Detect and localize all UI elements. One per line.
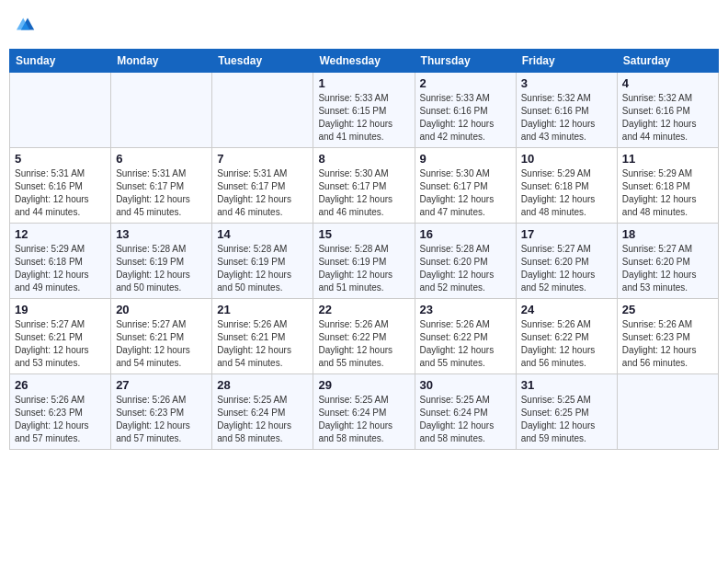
- day-number: 29: [318, 378, 409, 392]
- calendar-cell: 25Sunrise: 5:26 AM Sunset: 6:23 PM Dayli…: [617, 299, 718, 374]
- day-number: 5: [15, 152, 106, 166]
- calendar-cell: 19Sunrise: 5:27 AM Sunset: 6:21 PM Dayli…: [10, 299, 111, 374]
- day-info: Sunrise: 5:33 AM Sunset: 6:15 PM Dayligh…: [318, 92, 409, 144]
- day-info: Sunrise: 5:30 AM Sunset: 6:17 PM Dayligh…: [318, 167, 409, 219]
- day-info: Sunrise: 5:26 AM Sunset: 6:22 PM Dayligh…: [521, 318, 612, 370]
- day-number: 23: [420, 303, 511, 316]
- calendar-cell: 14Sunrise: 5:28 AM Sunset: 6:19 PM Dayli…: [212, 224, 313, 299]
- calendar-cell: [111, 73, 212, 148]
- day-info: Sunrise: 5:26 AM Sunset: 6:22 PM Dayligh…: [420, 318, 511, 370]
- calendar-cell: 15Sunrise: 5:28 AM Sunset: 6:19 PM Dayli…: [313, 224, 415, 299]
- day-number: 8: [318, 152, 409, 166]
- day-number: 9: [420, 152, 511, 166]
- day-number: 15: [318, 227, 409, 241]
- calendar-header: SundayMondayTuesdayWednesdayThursdayFrid…: [10, 50, 719, 73]
- calendar-week-1: 1Sunrise: 5:33 AM Sunset: 6:15 PM Daylig…: [10, 73, 719, 148]
- calendar-cell: 16Sunrise: 5:28 AM Sunset: 6:20 PM Dayli…: [415, 224, 516, 299]
- calendar-cell: 26Sunrise: 5:26 AM Sunset: 6:23 PM Dayli…: [10, 374, 111, 450]
- day-number: 14: [217, 227, 308, 241]
- day-info: Sunrise: 5:25 AM Sunset: 6:25 PM Dayligh…: [521, 394, 612, 445]
- day-number: 27: [116, 378, 207, 392]
- day-number: 4: [622, 76, 713, 90]
- calendar-cell: 23Sunrise: 5:26 AM Sunset: 6:22 PM Dayli…: [415, 299, 516, 374]
- day-info: Sunrise: 5:27 AM Sunset: 6:20 PM Dayligh…: [521, 243, 612, 294]
- day-info: Sunrise: 5:33 AM Sunset: 6:16 PM Dayligh…: [420, 92, 511, 144]
- calendar-cell: 28Sunrise: 5:25 AM Sunset: 6:24 PM Dayli…: [212, 374, 313, 450]
- calendar-cell: 31Sunrise: 5:25 AM Sunset: 6:25 PM Dayli…: [516, 374, 617, 450]
- calendar-cell: 27Sunrise: 5:26 AM Sunset: 6:23 PM Dayli…: [111, 374, 212, 450]
- day-info: Sunrise: 5:26 AM Sunset: 6:21 PM Dayligh…: [217, 318, 308, 370]
- day-info: Sunrise: 5:28 AM Sunset: 6:19 PM Dayligh…: [318, 243, 409, 294]
- day-number: 22: [318, 303, 409, 316]
- day-number: 11: [622, 152, 713, 166]
- weekday-header-thursday: Thursday: [415, 50, 516, 73]
- day-number: 30: [420, 378, 511, 392]
- calendar-cell: 7Sunrise: 5:31 AM Sunset: 6:17 PM Daylig…: [212, 148, 313, 224]
- weekday-header-tuesday: Tuesday: [212, 50, 313, 73]
- calendar-week-3: 12Sunrise: 5:29 AM Sunset: 6:18 PM Dayli…: [10, 224, 719, 299]
- day-number: 25: [622, 303, 713, 316]
- day-info: Sunrise: 5:31 AM Sunset: 6:16 PM Dayligh…: [15, 167, 106, 219]
- calendar-cell: 11Sunrise: 5:29 AM Sunset: 6:18 PM Dayli…: [617, 148, 718, 224]
- day-info: Sunrise: 5:25 AM Sunset: 6:24 PM Dayligh…: [420, 394, 511, 445]
- calendar-cell: 20Sunrise: 5:27 AM Sunset: 6:21 PM Dayli…: [111, 299, 212, 374]
- calendar-table: SundayMondayTuesdayWednesdayThursdayFrid…: [9, 49, 719, 450]
- day-number: 3: [521, 76, 612, 90]
- day-number: 10: [521, 152, 612, 166]
- calendar-cell: [617, 374, 718, 450]
- calendar-cell: 4Sunrise: 5:32 AM Sunset: 6:16 PM Daylig…: [617, 73, 718, 148]
- day-number: 13: [116, 227, 207, 241]
- day-info: Sunrise: 5:29 AM Sunset: 6:18 PM Dayligh…: [622, 167, 713, 219]
- day-number: 31: [521, 378, 612, 392]
- day-info: Sunrise: 5:26 AM Sunset: 6:23 PM Dayligh…: [622, 318, 713, 370]
- calendar-cell: [10, 73, 111, 148]
- calendar-cell: 22Sunrise: 5:26 AM Sunset: 6:22 PM Dayli…: [313, 299, 415, 374]
- day-info: Sunrise: 5:29 AM Sunset: 6:18 PM Dayligh…: [15, 243, 106, 294]
- calendar-cell: 2Sunrise: 5:33 AM Sunset: 6:16 PM Daylig…: [415, 73, 516, 148]
- day-number: 20: [116, 303, 207, 316]
- day-number: 19: [15, 303, 106, 316]
- day-number: 12: [15, 227, 106, 241]
- calendar-cell: 13Sunrise: 5:28 AM Sunset: 6:19 PM Dayli…: [111, 224, 212, 299]
- logo-icon: [17, 13, 39, 35]
- day-number: 6: [116, 152, 207, 166]
- calendar-cell: 9Sunrise: 5:30 AM Sunset: 6:17 PM Daylig…: [415, 148, 516, 224]
- calendar-cell: 12Sunrise: 5:29 AM Sunset: 6:18 PM Dayli…: [10, 224, 111, 299]
- day-info: Sunrise: 5:26 AM Sunset: 6:23 PM Dayligh…: [116, 394, 207, 445]
- calendar-week-4: 19Sunrise: 5:27 AM Sunset: 6:21 PM Dayli…: [10, 299, 719, 374]
- day-info: Sunrise: 5:26 AM Sunset: 6:23 PM Dayligh…: [15, 394, 106, 445]
- calendar-cell: 29Sunrise: 5:25 AM Sunset: 6:24 PM Dayli…: [313, 374, 415, 450]
- day-info: Sunrise: 5:28 AM Sunset: 6:19 PM Dayligh…: [217, 243, 308, 294]
- day-info: Sunrise: 5:30 AM Sunset: 6:17 PM Dayligh…: [420, 167, 511, 219]
- calendar-week-2: 5Sunrise: 5:31 AM Sunset: 6:16 PM Daylig…: [10, 148, 719, 224]
- day-info: Sunrise: 5:28 AM Sunset: 6:19 PM Dayligh…: [116, 243, 207, 294]
- day-info: Sunrise: 5:32 AM Sunset: 6:16 PM Dayligh…: [521, 92, 612, 144]
- weekday-header-friday: Friday: [516, 50, 617, 73]
- day-info: Sunrise: 5:28 AM Sunset: 6:20 PM Dayligh…: [420, 243, 511, 294]
- calendar-cell: [212, 73, 313, 148]
- day-number: 17: [521, 227, 612, 241]
- day-info: Sunrise: 5:29 AM Sunset: 6:18 PM Dayligh…: [521, 167, 612, 219]
- calendar-cell: 18Sunrise: 5:27 AM Sunset: 6:20 PM Dayli…: [617, 224, 718, 299]
- calendar-cell: 24Sunrise: 5:26 AM Sunset: 6:22 PM Dayli…: [516, 299, 617, 374]
- calendar-cell: 8Sunrise: 5:30 AM Sunset: 6:17 PM Daylig…: [313, 148, 415, 224]
- calendar-cell: 17Sunrise: 5:27 AM Sunset: 6:20 PM Dayli…: [516, 224, 617, 299]
- day-number: 28: [217, 378, 308, 392]
- weekday-header-row: SundayMondayTuesdayWednesdayThursdayFrid…: [10, 50, 719, 73]
- day-info: Sunrise: 5:25 AM Sunset: 6:24 PM Dayligh…: [318, 394, 409, 445]
- calendar-cell: 1Sunrise: 5:33 AM Sunset: 6:15 PM Daylig…: [313, 73, 415, 148]
- calendar-body: 1Sunrise: 5:33 AM Sunset: 6:15 PM Daylig…: [10, 73, 719, 450]
- day-info: Sunrise: 5:27 AM Sunset: 6:21 PM Dayligh…: [116, 318, 207, 370]
- calendar-cell: 3Sunrise: 5:32 AM Sunset: 6:16 PM Daylig…: [516, 73, 617, 148]
- day-number: 18: [622, 227, 713, 241]
- day-number: 26: [15, 378, 106, 392]
- day-info: Sunrise: 5:31 AM Sunset: 6:17 PM Dayligh…: [217, 167, 308, 219]
- calendar-week-5: 26Sunrise: 5:26 AM Sunset: 6:23 PM Dayli…: [10, 374, 719, 450]
- calendar-cell: 6Sunrise: 5:31 AM Sunset: 6:17 PM Daylig…: [111, 148, 212, 224]
- weekday-header-wednesday: Wednesday: [313, 50, 415, 73]
- calendar-cell: 30Sunrise: 5:25 AM Sunset: 6:24 PM Dayli…: [415, 374, 516, 450]
- day-info: Sunrise: 5:32 AM Sunset: 6:16 PM Dayligh…: [622, 92, 713, 144]
- day-info: Sunrise: 5:25 AM Sunset: 6:24 PM Dayligh…: [217, 394, 308, 445]
- day-info: Sunrise: 5:31 AM Sunset: 6:17 PM Dayligh…: [116, 167, 207, 219]
- day-info: Sunrise: 5:26 AM Sunset: 6:22 PM Dayligh…: [318, 318, 409, 370]
